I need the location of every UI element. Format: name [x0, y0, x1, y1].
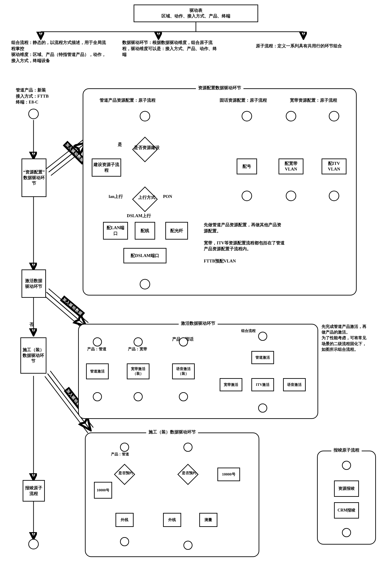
b-line: 配线	[135, 222, 155, 240]
p2-b2: 宽带激活（装）	[127, 363, 150, 379]
p2-e3	[179, 392, 188, 401]
p1-m2e	[286, 191, 296, 201]
b-lan: 配LAN端口	[103, 222, 128, 240]
panel3-title: 施工（装）数据驱动环节	[146, 429, 198, 435]
left-end-circle	[28, 539, 39, 549]
p2-croot: 管道激活	[251, 351, 274, 364]
p4-e	[342, 528, 351, 537]
p2-s1	[93, 337, 102, 346]
p1-m3e	[329, 191, 339, 201]
note-left: 组合流程：静态的，以流程方式描述，用于全局流程掌控 驱动维度：区域、产品（特指管…	[11, 40, 106, 64]
p2-cbb: 宽带激活	[220, 378, 242, 391]
p2-ce	[258, 403, 267, 413]
panel1-title: 资源配置数据驱动环节	[196, 85, 243, 91]
p1-end	[140, 279, 150, 289]
p1-note: 先做管道产品资源配置，再做其他产品资源配置。 宽带，ITV等资源配置流程都包括在…	[204, 222, 285, 264]
step-report: 报竣原子流程	[23, 480, 45, 502]
p4-s	[342, 461, 351, 470]
panel2-title: 激活数据驱动环节	[179, 320, 218, 326]
p3-p1: 产品：管道	[111, 452, 129, 457]
panel-resource: 资源配置数据驱动环节	[83, 88, 357, 295]
b-dslam: 配DSLAM端口	[123, 248, 167, 263]
p1-h2: 固话资源配置：原子流程	[220, 97, 283, 103]
p3-e2	[183, 541, 193, 550]
p2-p1: 产品：管道	[87, 346, 106, 352]
step2-label: 激活数据驱动环节	[23, 278, 44, 289]
p3-s1	[120, 443, 129, 452]
left-params: 管道产品：新装 接入方式：FTTB 终端：E8-C	[16, 87, 66, 105]
p2-e2	[134, 392, 143, 401]
lbl-lan: lan上行	[109, 194, 123, 200]
p2-b3: 语音激活（装）	[172, 363, 195, 379]
header-title-1: 驱动表	[190, 8, 202, 13]
note-right: 原子流程：定义一系列具有共用行的环节组合	[256, 43, 364, 49]
step-construct: 施工（装）数据驱动环节	[20, 337, 46, 374]
b-itv: 配ITV VLAN	[322, 158, 347, 174]
left-start-circle	[28, 109, 39, 119]
p1-m2s	[286, 111, 296, 121]
step4-label: 报竣原子流程	[24, 485, 43, 496]
p4-b1: 资源报竣	[334, 481, 359, 497]
step3-label: 施工（装）数据驱动环节	[22, 347, 45, 364]
p2-e1	[93, 392, 102, 401]
p2-combo-lbl: 组合流程	[241, 328, 256, 333]
p3-10000b: 10000号	[217, 468, 240, 481]
p1-d2-label: 上行方式	[133, 194, 160, 200]
p3-s2	[183, 443, 193, 452]
p3-meas: 测量	[199, 513, 217, 527]
p1-build: 建设资源子流程	[92, 158, 121, 177]
p2-s3	[179, 337, 188, 346]
p2-p2: 产品：宽带	[128, 346, 147, 352]
note-mid: 数据驱动环节：根据数据驱动维度，组合原子流程，驱动维度可以是：接入方式、产品、动…	[122, 40, 217, 58]
tag2: 加入驱动数据	[60, 295, 85, 318]
p2-cvoice: 语音激活	[283, 378, 306, 391]
p4-b2: CRM报竣	[334, 502, 359, 519]
panel4-title: 报竣原子流程	[331, 447, 362, 453]
b-num: 配号	[237, 158, 257, 174]
header-box: 驱动表 区域、动作、接入方式、产品、终端	[134, 4, 258, 22]
step1-label: “资源配置”数据驱动环节	[23, 169, 45, 186]
p1-m3s	[329, 111, 339, 121]
p1-start	[140, 111, 150, 121]
b-vlan: 配宽带VLAN	[279, 158, 303, 174]
p1-h1: 管道产品资源配置：原子流程	[100, 97, 172, 103]
p3-e1	[120, 537, 129, 546]
p2-s2	[134, 337, 143, 346]
p1-d1-label: 是否资源建设	[133, 145, 160, 151]
p2-cs	[258, 332, 267, 341]
step-resource-config: “资源配置”数据驱动环节	[22, 158, 46, 197]
panel-activate: 激活数据驱动环节	[78, 324, 318, 419]
b-fiber: 配光纤	[165, 222, 188, 240]
p1-yes: 是	[118, 141, 122, 148]
lbl-pon: PON	[163, 194, 172, 200]
p3-10000a: 10000号	[94, 482, 112, 499]
lbl-dslam: DSLAM上行	[127, 213, 151, 219]
p2-note: 先完成管道产品激活，再做产品的激活。 为了性能考虑，可将常见场景的二级流程固化下…	[322, 324, 367, 352]
p3-out2: 外线	[163, 513, 181, 527]
step-activate: 激活数据驱动环节	[22, 269, 46, 298]
p1-m1s	[242, 111, 252, 121]
header-title-2: 区域、动作、接入方式、产品、终端	[161, 13, 230, 19]
p1-m1e	[242, 191, 252, 201]
no-label: 否	[29, 321, 34, 328]
p1-h3: 宽带资源配置：原子流程	[290, 97, 353, 103]
p2-citv: ITV激活	[251, 378, 274, 391]
p2-b1: 管道激活	[86, 363, 109, 379]
p3-out1: 外线	[115, 513, 134, 527]
